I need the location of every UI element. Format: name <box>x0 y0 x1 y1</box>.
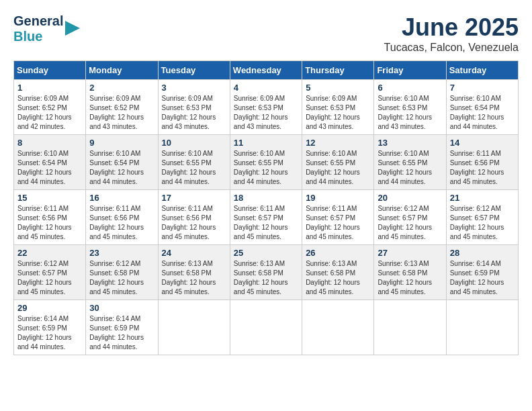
day-number: 24 <box>162 248 226 258</box>
day-info: Sunrise: 6:12 AM Sunset: 6:57 PM Dayligh… <box>17 259 82 297</box>
calendar-cell: 5Sunrise: 6:09 AM Sunset: 6:53 PM Daylig… <box>302 80 374 135</box>
calendar-cell <box>230 300 302 355</box>
calendar-cell: 2Sunrise: 6:09 AM Sunset: 6:52 PM Daylig… <box>86 80 158 135</box>
calendar-cell: 22Sunrise: 6:12 AM Sunset: 6:57 PM Dayli… <box>14 245 86 300</box>
calendar-week-5: 29Sunrise: 6:14 AM Sunset: 6:59 PM Dayli… <box>14 300 519 355</box>
calendar-cell: 13Sunrise: 6:10 AM Sunset: 6:55 PM Dayli… <box>374 135 446 190</box>
day-number: 7 <box>450 83 515 93</box>
calendar-cell: 1Sunrise: 6:09 AM Sunset: 6:52 PM Daylig… <box>14 80 86 135</box>
day-number: 12 <box>306 138 370 148</box>
calendar-cell: 29Sunrise: 6:14 AM Sunset: 6:59 PM Dayli… <box>14 300 86 355</box>
day-number: 30 <box>89 303 154 313</box>
calendar-cell: 27Sunrise: 6:13 AM Sunset: 6:58 PM Dayli… <box>374 245 446 300</box>
col-header-sunday: Sunday <box>14 61 86 80</box>
day-number: 16 <box>89 193 154 203</box>
calendar-cell: 28Sunrise: 6:14 AM Sunset: 6:59 PM Dayli… <box>446 245 518 300</box>
day-info: Sunrise: 6:10 AM Sunset: 6:54 PM Dayligh… <box>89 149 154 187</box>
day-number: 18 <box>234 193 298 203</box>
day-number: 13 <box>378 138 442 148</box>
day-number: 19 <box>306 193 370 203</box>
calendar-cell: 4Sunrise: 6:09 AM Sunset: 6:53 PM Daylig… <box>230 80 302 135</box>
calendar-cell: 3Sunrise: 6:09 AM Sunset: 6:53 PM Daylig… <box>158 80 230 135</box>
day-number: 3 <box>162 83 226 93</box>
day-number: 23 <box>89 248 154 258</box>
calendar-cell: 18Sunrise: 6:11 AM Sunset: 6:57 PM Dayli… <box>230 190 302 245</box>
day-info: Sunrise: 6:11 AM Sunset: 6:57 PM Dayligh… <box>306 204 370 242</box>
day-info: Sunrise: 6:14 AM Sunset: 6:59 PM Dayligh… <box>89 314 154 352</box>
calendar-cell: 21Sunrise: 6:12 AM Sunset: 6:57 PM Dayli… <box>446 190 518 245</box>
day-info: Sunrise: 6:13 AM Sunset: 6:58 PM Dayligh… <box>162 259 226 297</box>
day-number: 29 <box>17 303 82 313</box>
logo-general: General <box>13 13 63 29</box>
day-info: Sunrise: 6:09 AM Sunset: 6:53 PM Dayligh… <box>234 94 298 132</box>
calendar-cell: 17Sunrise: 6:11 AM Sunset: 6:56 PM Dayli… <box>158 190 230 245</box>
day-number: 10 <box>162 138 226 148</box>
calendar-cell: 9Sunrise: 6:10 AM Sunset: 6:54 PM Daylig… <box>86 135 158 190</box>
day-number: 1 <box>17 83 82 93</box>
calendar-cell: 7Sunrise: 6:10 AM Sunset: 6:54 PM Daylig… <box>446 80 518 135</box>
calendar-cell: 15Sunrise: 6:11 AM Sunset: 6:56 PM Dayli… <box>14 190 86 245</box>
day-info: Sunrise: 6:12 AM Sunset: 6:58 PM Dayligh… <box>89 259 154 297</box>
logo-icon <box>65 21 80 36</box>
calendar-cell: 25Sunrise: 6:13 AM Sunset: 6:58 PM Dayli… <box>230 245 302 300</box>
day-number: 15 <box>17 193 82 203</box>
day-info: Sunrise: 6:09 AM Sunset: 6:53 PM Dayligh… <box>162 94 226 132</box>
day-info: Sunrise: 6:11 AM Sunset: 6:56 PM Dayligh… <box>162 204 226 242</box>
calendar-cell: 8Sunrise: 6:10 AM Sunset: 6:54 PM Daylig… <box>14 135 86 190</box>
day-number: 8 <box>17 138 82 148</box>
day-number: 4 <box>234 83 298 93</box>
day-number: 25 <box>234 248 298 258</box>
calendar-cell <box>374 300 446 355</box>
page-header: General Blue June 2025 Tucacas, Falcon, … <box>13 13 519 54</box>
day-info: Sunrise: 6:10 AM Sunset: 6:53 PM Dayligh… <box>378 94 442 132</box>
col-header-wednesday: Wednesday <box>230 61 302 80</box>
calendar-week-3: 15Sunrise: 6:11 AM Sunset: 6:56 PM Dayli… <box>14 190 519 245</box>
day-info: Sunrise: 6:11 AM Sunset: 6:56 PM Dayligh… <box>450 149 515 187</box>
calendar-cell: 23Sunrise: 6:12 AM Sunset: 6:58 PM Dayli… <box>86 245 158 300</box>
day-info: Sunrise: 6:10 AM Sunset: 6:55 PM Dayligh… <box>378 149 442 187</box>
day-info: Sunrise: 6:10 AM Sunset: 6:55 PM Dayligh… <box>162 149 226 187</box>
day-number: 14 <box>450 138 515 148</box>
location-subtitle: Tucacas, Falcon, Venezuela <box>384 42 519 54</box>
day-info: Sunrise: 6:11 AM Sunset: 6:56 PM Dayligh… <box>17 204 82 242</box>
calendar-week-4: 22Sunrise: 6:12 AM Sunset: 6:57 PM Dayli… <box>14 245 519 300</box>
calendar-cell: 6Sunrise: 6:10 AM Sunset: 6:53 PM Daylig… <box>374 80 446 135</box>
col-header-friday: Friday <box>374 61 446 80</box>
month-title: June 2025 <box>384 13 519 42</box>
day-number: 28 <box>450 248 515 258</box>
day-info: Sunrise: 6:10 AM Sunset: 6:55 PM Dayligh… <box>306 149 370 187</box>
calendar-week-2: 8Sunrise: 6:10 AM Sunset: 6:54 PM Daylig… <box>14 135 519 190</box>
day-info: Sunrise: 6:10 AM Sunset: 6:54 PM Dayligh… <box>450 94 515 132</box>
calendar-cell: 20Sunrise: 6:12 AM Sunset: 6:57 PM Dayli… <box>374 190 446 245</box>
day-info: Sunrise: 6:10 AM Sunset: 6:55 PM Dayligh… <box>234 149 298 187</box>
day-number: 9 <box>89 138 154 148</box>
logo-blue: Blue <box>13 29 63 44</box>
day-number: 6 <box>378 83 442 93</box>
svg-marker-0 <box>65 21 80 36</box>
calendar-cell: 11Sunrise: 6:10 AM Sunset: 6:55 PM Dayli… <box>230 135 302 190</box>
calendar-cell <box>158 300 230 355</box>
calendar-week-1: 1Sunrise: 6:09 AM Sunset: 6:52 PM Daylig… <box>14 80 519 135</box>
day-info: Sunrise: 6:09 AM Sunset: 6:53 PM Dayligh… <box>306 94 370 132</box>
day-number: 2 <box>89 83 154 93</box>
day-number: 5 <box>306 83 370 93</box>
calendar-cell <box>446 300 518 355</box>
calendar-header-row: SundayMondayTuesdayWednesdayThursdayFrid… <box>14 61 519 80</box>
calendar-cell: 12Sunrise: 6:10 AM Sunset: 6:55 PM Dayli… <box>302 135 374 190</box>
day-number: 20 <box>378 193 442 203</box>
day-info: Sunrise: 6:13 AM Sunset: 6:58 PM Dayligh… <box>378 259 442 297</box>
day-number: 22 <box>17 248 82 258</box>
day-number: 26 <box>306 248 370 258</box>
day-info: Sunrise: 6:14 AM Sunset: 6:59 PM Dayligh… <box>17 314 82 352</box>
col-header-saturday: Saturday <box>446 61 518 80</box>
day-number: 11 <box>234 138 298 148</box>
calendar-cell <box>302 300 374 355</box>
calendar-cell: 30Sunrise: 6:14 AM Sunset: 6:59 PM Dayli… <box>86 300 158 355</box>
day-info: Sunrise: 6:11 AM Sunset: 6:57 PM Dayligh… <box>234 204 298 242</box>
day-info: Sunrise: 6:13 AM Sunset: 6:58 PM Dayligh… <box>234 259 298 297</box>
title-section: June 2025 Tucacas, Falcon, Venezuela <box>384 13 519 54</box>
day-info: Sunrise: 6:13 AM Sunset: 6:58 PM Dayligh… <box>306 259 370 297</box>
calendar-cell: 26Sunrise: 6:13 AM Sunset: 6:58 PM Dayli… <box>302 245 374 300</box>
col-header-monday: Monday <box>86 61 158 80</box>
col-header-thursday: Thursday <box>302 61 374 80</box>
